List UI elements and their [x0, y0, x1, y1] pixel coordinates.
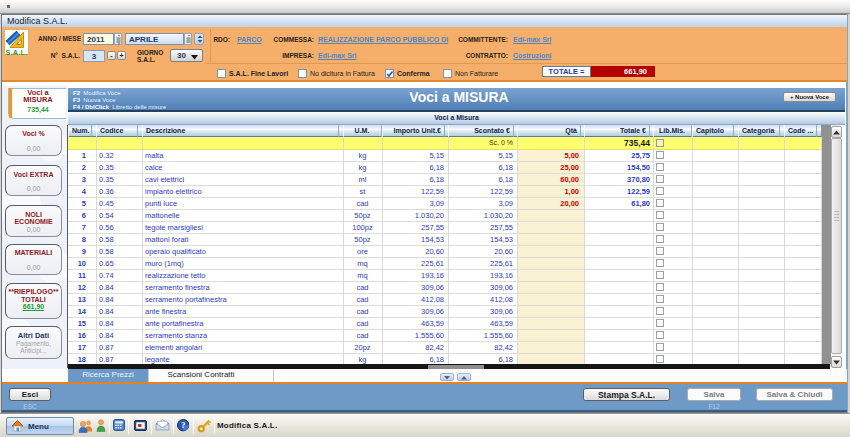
svg-text:?: ? [180, 420, 185, 430]
